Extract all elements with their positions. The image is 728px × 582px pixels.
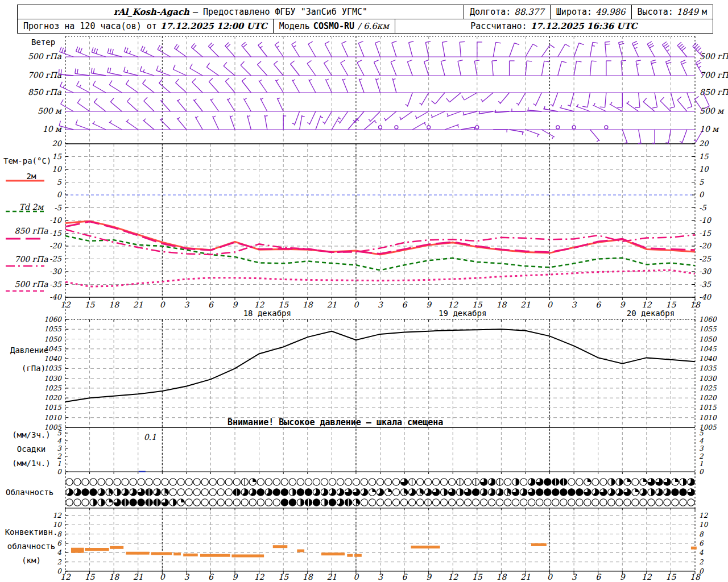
svg-text:-5: -5 (699, 203, 706, 212)
precip-bars: 0.1 (139, 433, 156, 472)
svg-text:3: 3 (184, 572, 189, 581)
svg-text:12: 12 (60, 572, 71, 581)
cloud-row-верхняя (66, 479, 694, 485)
wind-row-10 м (59, 115, 703, 144)
svg-text:18: 18 (303, 572, 313, 581)
svg-text:15: 15 (278, 300, 289, 309)
svg-text:2: 2 (699, 558, 704, 566)
svg-text:3: 3 (572, 300, 577, 309)
svg-text:-35: -35 (699, 280, 712, 289)
svg-text:0: 0 (160, 300, 166, 309)
svg-text:20: 20 (52, 139, 62, 148)
svg-text:3: 3 (699, 444, 704, 452)
svg-text:850 гПа: 850 гПа (700, 88, 728, 97)
wind-row-850 гПа (60, 78, 710, 109)
svg-text:6: 6 (208, 572, 214, 581)
svg-text:1025: 1025 (44, 384, 62, 392)
svg-text:1010: 1010 (699, 414, 717, 422)
legend-label-700: 700 гПа (0, 255, 63, 264)
svg-text:-20: -20 (49, 242, 63, 250)
svg-text:6: 6 (595, 572, 601, 581)
svg-text:4: 4 (699, 548, 704, 556)
svg-text:1050: 1050 (44, 335, 62, 343)
svg-text:18: 18 (303, 300, 313, 309)
pressure-title: Давление (10, 346, 48, 355)
svg-text:0.1: 0.1 (144, 433, 156, 442)
svg-text:12: 12 (642, 572, 652, 581)
svg-text:21: 21 (326, 572, 337, 581)
svg-text:-15: -15 (699, 229, 712, 238)
svg-text:3: 3 (378, 300, 383, 309)
wind-barbs (59, 41, 709, 144)
svg-text:500 гПа: 500 гПа (700, 52, 728, 61)
svg-text:-30: -30 (49, 267, 63, 276)
cloud-title: Облачность (6, 488, 53, 497)
svg-text:18: 18 (109, 300, 119, 309)
svg-text:850 гПа: 850 гПа (28, 88, 62, 97)
meteogram-chart: 1212151518182121003366991212151518182121… (0, 0, 728, 582)
svg-text:500 м: 500 м (38, 106, 63, 115)
svg-text:1050: 1050 (699, 335, 717, 343)
svg-text:1055: 1055 (44, 325, 62, 333)
convective-cloud-segments (71, 544, 697, 556)
svg-text:-25: -25 (699, 255, 712, 263)
wind-panel-title: Ветер (31, 38, 55, 47)
svg-text:15: 15 (85, 572, 96, 581)
svg-text:9: 9 (426, 572, 432, 581)
svg-text:15: 15 (666, 300, 677, 309)
svg-text:18: 18 (496, 300, 507, 309)
svg-text:15: 15 (666, 572, 677, 581)
svg-text:-30: -30 (699, 267, 712, 276)
legend-label-850: 850 гПа (0, 226, 63, 235)
svg-text:-40: -40 (49, 293, 63, 301)
svg-text:0: 0 (353, 300, 359, 309)
svg-text:21: 21 (326, 300, 337, 309)
svg-text:0: 0 (57, 468, 62, 476)
svg-text:1025: 1025 (699, 384, 717, 392)
svg-text:8: 8 (699, 530, 704, 538)
svg-text:0: 0 (547, 572, 553, 581)
precip-bar (139, 471, 146, 472)
axis-ticks-and-labels: 1212151518182121003366991212151518182121… (44, 139, 717, 581)
svg-text:21: 21 (133, 572, 143, 581)
svg-text:3: 3 (378, 572, 383, 581)
svg-text:20 декабря: 20 декабря (627, 309, 675, 318)
svg-text:15: 15 (699, 152, 709, 161)
svg-text:1040: 1040 (44, 355, 62, 363)
svg-text:10: 10 (699, 165, 709, 173)
svg-text:1020: 1020 (699, 394, 717, 402)
svg-text:0: 0 (160, 572, 166, 581)
svg-text:0: 0 (699, 468, 704, 476)
svg-text:9: 9 (233, 572, 238, 581)
svg-text:12: 12 (642, 300, 652, 309)
precip-unit-1h: (мм/1ч.) (0, 459, 63, 468)
conv-title-2: облачность (0, 542, 63, 551)
cloud-row-средняя (66, 489, 694, 496)
svg-text:15: 15 (278, 572, 289, 581)
svg-text:1: 1 (699, 460, 704, 468)
svg-text:9: 9 (233, 300, 238, 309)
svg-text:12: 12 (53, 512, 63, 519)
svg-text:1015: 1015 (44, 404, 62, 411)
conv-title-3: (км) (0, 556, 63, 565)
meteogram-page: { "header": { "station": "rAl_Kosh-Agach… (0, 0, 728, 582)
wind-row-500 м (61, 97, 704, 126)
svg-text:0: 0 (699, 190, 705, 199)
svg-text:700 гПа: 700 гПа (28, 70, 62, 80)
svg-text:1010: 1010 (44, 414, 62, 422)
svg-text:1015: 1015 (699, 404, 717, 411)
svg-text:700 гПа: 700 гПа (700, 70, 728, 80)
svg-text:15: 15 (52, 152, 61, 161)
svg-text:21: 21 (520, 300, 531, 309)
svg-text:18: 18 (109, 572, 119, 581)
svg-text:1055: 1055 (699, 325, 717, 333)
svg-text:500 гПа: 500 гПа (28, 52, 62, 61)
svg-text:6: 6 (699, 539, 704, 547)
svg-text:1060: 1060 (699, 315, 717, 323)
wind-row-500 гПа (60, 41, 703, 57)
wind-row-700 гПа (59, 60, 703, 76)
svg-text:6: 6 (402, 300, 408, 309)
svg-text:0: 0 (353, 572, 359, 581)
svg-text:20: 20 (699, 139, 709, 148)
svg-text:2: 2 (699, 452, 704, 460)
